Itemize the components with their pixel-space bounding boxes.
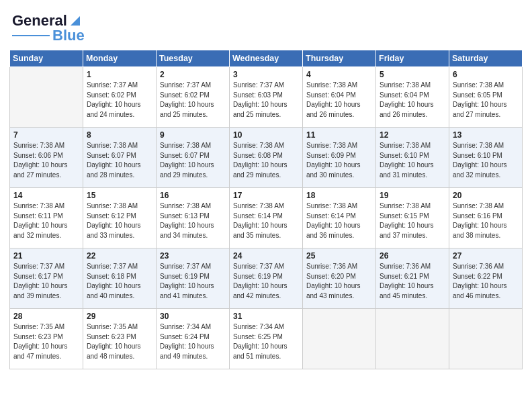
logo-underline — [12, 35, 50, 37]
day-cell: 24Sunrise: 7:37 AMSunset: 6:19 PMDayligh… — [230, 248, 303, 309]
week-row-3: 14Sunrise: 7:38 AMSunset: 6:11 PMDayligh… — [10, 188, 523, 248]
day-number: 14 — [13, 191, 79, 200]
day-number: 17 — [233, 191, 299, 200]
day-number: 15 — [87, 191, 152, 200]
col-header-friday: Friday — [376, 50, 449, 67]
day-cell: 27Sunrise: 7:36 AMSunset: 6:22 PMDayligh… — [449, 248, 523, 309]
day-cell: 7Sunrise: 7:38 AMSunset: 6:06 PMDaylight… — [10, 128, 83, 188]
day-number: 25 — [306, 251, 372, 261]
day-cell: 21Sunrise: 7:37 AMSunset: 6:17 PMDayligh… — [10, 248, 83, 309]
day-cell: 12Sunrise: 7:38 AMSunset: 6:10 PMDayligh… — [376, 128, 449, 188]
day-info: Sunrise: 7:37 AMSunset: 6:03 PMDaylight:… — [233, 81, 299, 120]
day-number: 10 — [233, 130, 299, 140]
day-cell: 31Sunrise: 7:34 AMSunset: 6:25 PMDayligh… — [230, 309, 303, 369]
day-number: 2 — [160, 70, 226, 79]
day-cell: 9Sunrise: 7:38 AMSunset: 6:07 PMDaylight… — [157, 128, 230, 188]
day-number: 8 — [87, 130, 152, 140]
day-info: Sunrise: 7:38 AMSunset: 6:10 PMDaylight:… — [380, 141, 445, 180]
day-info: Sunrise: 7:36 AMSunset: 6:21 PMDaylight:… — [380, 262, 445, 301]
day-cell: 14Sunrise: 7:38 AMSunset: 6:11 PMDayligh… — [10, 188, 83, 248]
day-number: 1 — [87, 70, 152, 79]
col-header-wednesday: Wednesday — [230, 50, 303, 67]
day-cell: 3Sunrise: 7:37 AMSunset: 6:03 PMDaylight… — [230, 67, 303, 128]
day-number: 7 — [13, 130, 79, 140]
day-cell: 10Sunrise: 7:38 AMSunset: 6:08 PMDayligh… — [230, 128, 303, 188]
day-info: Sunrise: 7:36 AMSunset: 6:20 PMDaylight:… — [306, 262, 372, 301]
day-cell: 11Sunrise: 7:38 AMSunset: 6:09 PMDayligh… — [303, 128, 376, 188]
day-info: Sunrise: 7:35 AMSunset: 6:23 PMDaylight:… — [87, 322, 152, 361]
calendar-table: SundayMondayTuesdayWednesdayThursdayFrid… — [9, 50, 523, 369]
day-info: Sunrise: 7:38 AMSunset: 6:13 PMDaylight:… — [160, 201, 226, 240]
day-cell: 15Sunrise: 7:38 AMSunset: 6:12 PMDayligh… — [83, 188, 157, 248]
page: General Blue SundayMondayTuesdayWednesda… — [0, 0, 532, 411]
day-number: 20 — [453, 191, 519, 200]
week-row-5: 28Sunrise: 7:35 AMSunset: 6:23 PMDayligh… — [10, 309, 523, 369]
day-cell: 25Sunrise: 7:36 AMSunset: 6:20 PMDayligh… — [303, 248, 376, 309]
day-cell: 8Sunrise: 7:38 AMSunset: 6:07 PMDaylight… — [83, 128, 157, 188]
day-info: Sunrise: 7:38 AMSunset: 6:14 PMDaylight:… — [306, 201, 372, 240]
day-info: Sunrise: 7:38 AMSunset: 6:11 PMDaylight:… — [13, 201, 79, 240]
day-info: Sunrise: 7:38 AMSunset: 6:07 PMDaylight:… — [87, 141, 152, 180]
day-cell: 16Sunrise: 7:38 AMSunset: 6:13 PMDayligh… — [157, 188, 230, 248]
day-info: Sunrise: 7:34 AMSunset: 6:25 PMDaylight:… — [233, 322, 299, 361]
day-info: Sunrise: 7:38 AMSunset: 6:14 PMDaylight:… — [233, 201, 299, 240]
day-number: 9 — [160, 130, 226, 140]
day-number: 24 — [233, 251, 299, 261]
day-info: Sunrise: 7:38 AMSunset: 6:06 PMDaylight:… — [13, 141, 79, 180]
day-number: 21 — [13, 251, 79, 261]
day-number: 31 — [233, 312, 299, 321]
col-header-monday: Monday — [83, 50, 157, 67]
day-info: Sunrise: 7:38 AMSunset: 6:12 PMDaylight:… — [87, 201, 152, 240]
day-number: 5 — [380, 70, 445, 79]
col-header-tuesday: Tuesday — [157, 50, 230, 67]
svg-marker-0 — [71, 16, 80, 26]
day-number: 6 — [453, 70, 519, 79]
day-number: 23 — [160, 251, 226, 261]
day-cell: 5Sunrise: 7:38 AMSunset: 6:04 PMDaylight… — [376, 67, 449, 128]
header-row: SundayMondayTuesdayWednesdayThursdayFrid… — [10, 50, 523, 67]
day-info: Sunrise: 7:38 AMSunset: 6:07 PMDaylight:… — [160, 141, 226, 180]
day-info: Sunrise: 7:37 AMSunset: 6:02 PMDaylight:… — [87, 81, 152, 120]
logo: General Blue — [12, 12, 85, 44]
day-cell: 23Sunrise: 7:37 AMSunset: 6:19 PMDayligh… — [157, 248, 230, 309]
day-info: Sunrise: 7:35 AMSunset: 6:23 PMDaylight:… — [13, 322, 79, 361]
day-cell: 18Sunrise: 7:38 AMSunset: 6:14 PMDayligh… — [303, 188, 376, 248]
day-number: 18 — [306, 191, 372, 200]
day-info: Sunrise: 7:38 AMSunset: 6:04 PMDaylight:… — [380, 81, 445, 120]
day-cell: 1Sunrise: 7:37 AMSunset: 6:02 PMDaylight… — [83, 67, 157, 128]
day-cell: 4Sunrise: 7:38 AMSunset: 6:04 PMDaylight… — [303, 67, 376, 128]
day-cell: 17Sunrise: 7:38 AMSunset: 6:14 PMDayligh… — [230, 188, 303, 248]
day-number: 3 — [233, 70, 299, 79]
day-info: Sunrise: 7:37 AMSunset: 6:18 PMDaylight:… — [87, 262, 152, 301]
col-header-sunday: Sunday — [10, 50, 83, 67]
week-row-1: 1Sunrise: 7:37 AMSunset: 6:02 PMDaylight… — [10, 67, 523, 128]
day-number: 30 — [160, 312, 226, 321]
day-cell: 29Sunrise: 7:35 AMSunset: 6:23 PMDayligh… — [83, 309, 157, 369]
day-cell: 20Sunrise: 7:38 AMSunset: 6:16 PMDayligh… — [449, 188, 523, 248]
day-cell: 13Sunrise: 7:38 AMSunset: 6:10 PMDayligh… — [449, 128, 523, 188]
day-number: 13 — [453, 130, 519, 140]
day-info: Sunrise: 7:38 AMSunset: 6:05 PMDaylight:… — [453, 81, 519, 120]
day-info: Sunrise: 7:37 AMSunset: 6:19 PMDaylight:… — [160, 262, 226, 301]
day-cell — [10, 67, 83, 128]
day-number: 22 — [87, 251, 152, 261]
day-number: 4 — [306, 70, 372, 79]
day-cell: 19Sunrise: 7:38 AMSunset: 6:15 PMDayligh… — [376, 188, 449, 248]
day-cell — [449, 309, 523, 369]
day-info: Sunrise: 7:34 AMSunset: 6:24 PMDaylight:… — [160, 322, 226, 361]
day-info: Sunrise: 7:38 AMSunset: 6:10 PMDaylight:… — [453, 141, 519, 180]
day-number: 26 — [380, 251, 445, 261]
day-cell — [376, 309, 449, 369]
day-number: 12 — [380, 130, 445, 140]
week-row-4: 21Sunrise: 7:37 AMSunset: 6:17 PMDayligh… — [10, 248, 523, 309]
logo-blue: Blue — [52, 27, 85, 44]
day-cell: 30Sunrise: 7:34 AMSunset: 6:24 PMDayligh… — [157, 309, 230, 369]
day-info: Sunrise: 7:36 AMSunset: 6:22 PMDaylight:… — [453, 262, 519, 301]
day-cell — [303, 309, 376, 369]
day-cell: 28Sunrise: 7:35 AMSunset: 6:23 PMDayligh… — [10, 309, 83, 369]
day-number: 11 — [306, 130, 372, 140]
day-cell: 22Sunrise: 7:37 AMSunset: 6:18 PMDayligh… — [83, 248, 157, 309]
day-number: 16 — [160, 191, 226, 200]
day-cell: 2Sunrise: 7:37 AMSunset: 6:02 PMDaylight… — [157, 67, 230, 128]
day-info: Sunrise: 7:37 AMSunset: 6:19 PMDaylight:… — [233, 262, 299, 301]
